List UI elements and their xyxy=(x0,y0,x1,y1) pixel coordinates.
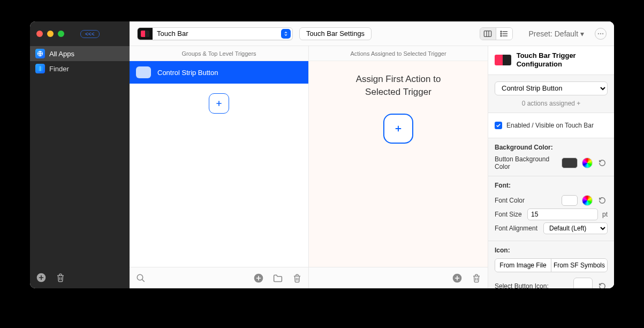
inspector-header: Touch Bar Trigger Configuration xyxy=(488,46,614,75)
svg-rect-3 xyxy=(484,31,491,36)
trigger-type-select-row: Control Strip Button xyxy=(495,81,608,95)
more-menu-button[interactable] xyxy=(595,28,607,40)
groups-column-header: Groups & Top Level Triggers xyxy=(130,46,308,61)
delete-app-button[interactable] xyxy=(55,272,66,284)
actions-column-body: Assign First Action to Selected Trigger xyxy=(309,61,488,267)
select-icon-label: Select Button Icon: xyxy=(495,282,569,289)
actions-assigned-label[interactable]: 0 actions assigned + xyxy=(488,100,614,107)
svg-point-6 xyxy=(501,35,502,36)
add-button[interactable] xyxy=(253,272,264,284)
view-mode-segmented xyxy=(480,27,513,40)
font-section: Font: Font Color Font Size pt xyxy=(488,176,614,241)
sidebar-item-label: Finder xyxy=(49,65,69,73)
svg-point-8 xyxy=(600,33,601,34)
trigger-row[interactable]: Control Strip Button xyxy=(130,61,308,84)
globe-icon xyxy=(35,49,45,58)
view-list-button[interactable] xyxy=(496,28,512,40)
bg-color-swatch[interactable] xyxy=(562,158,578,168)
section-heading: Icon: xyxy=(495,247,608,254)
reset-button[interactable] xyxy=(597,158,608,168)
svg-point-5 xyxy=(501,33,502,34)
font-align-label: Font Alignment xyxy=(495,225,539,232)
font-size-field[interactable] xyxy=(527,208,598,220)
trigger-category-select-field[interactable]: Touch Bar xyxy=(153,29,281,38)
inspector-column: Touch Bar Trigger Configuration Control … xyxy=(488,46,614,288)
svg-point-4 xyxy=(501,31,502,32)
reset-button[interactable] xyxy=(597,195,608,206)
section-heading: Background Color: xyxy=(495,144,608,151)
icon-section: Icon: From Image File From SF Symbols Se… xyxy=(488,241,614,289)
trigger-row-label: Control Strip Button xyxy=(157,69,218,77)
content-columns: Groups & Top Level Triggers Control Stri… xyxy=(130,46,614,288)
window-minimize-button[interactable] xyxy=(47,31,54,37)
font-size-unit: pt xyxy=(602,211,608,218)
app-window: <<< All Apps Finder xyxy=(30,21,614,288)
color-picker-button[interactable] xyxy=(582,195,593,206)
enabled-row[interactable]: Enabled / Visible on Touch Bar xyxy=(495,118,608,132)
font-color-label: Font Color xyxy=(495,197,557,204)
sidebar-item-finder[interactable]: Finder xyxy=(30,61,130,76)
window-close-button[interactable] xyxy=(36,31,43,37)
back-button[interactable]: <<< xyxy=(80,30,100,38)
add-button[interactable] xyxy=(451,272,463,284)
svg-point-10 xyxy=(137,274,143,280)
sidebar-item-label: All Apps xyxy=(49,50,74,58)
touchbar-icon xyxy=(495,55,511,65)
trigger-category-select[interactable]: Touch Bar xyxy=(137,27,293,40)
window-zoom-button[interactable] xyxy=(58,31,64,37)
add-trigger-button[interactable] xyxy=(209,93,229,114)
delete-button[interactable] xyxy=(291,272,303,284)
sidebar: <<< All Apps Finder xyxy=(30,21,130,288)
reset-button[interactable] xyxy=(597,281,608,289)
assign-action-title: Assign First Action to Selected Trigger xyxy=(309,73,488,99)
background-section: Background Color: Button Background Colo… xyxy=(488,138,614,176)
actions-column-header: Actions Assigned to Selected Trigger xyxy=(309,46,488,61)
view-columns-button[interactable] xyxy=(480,28,496,40)
enabled-label: Enabled / Visible on Touch Bar xyxy=(506,122,594,129)
checkbox-checked-icon[interactable] xyxy=(495,122,502,129)
chevron-up-down-icon xyxy=(281,29,291,39)
toolbar: Touch Bar Touch Bar Settings Preset: Def… xyxy=(130,21,614,46)
preset-dropdown[interactable]: Preset: Default ▾ xyxy=(529,29,585,38)
bg-color-label: Button Background Color xyxy=(495,155,557,170)
actions-column-footer xyxy=(309,267,488,288)
font-color-swatch[interactable] xyxy=(562,195,578,206)
delete-button[interactable] xyxy=(471,272,482,284)
folder-button[interactable] xyxy=(272,272,284,284)
actions-column: Actions Assigned to Selected Trigger Ass… xyxy=(309,46,488,288)
icon-well[interactable] xyxy=(573,278,593,289)
groups-column-footer xyxy=(130,267,308,288)
font-align-select[interactable]: Default (Left) xyxy=(543,222,608,234)
color-picker-button[interactable] xyxy=(582,158,593,168)
sidebar-app-list: All Apps Finder xyxy=(30,46,130,267)
search-button[interactable] xyxy=(135,272,147,284)
trigger-type-select[interactable]: Control Strip Button xyxy=(495,81,608,95)
add-app-button[interactable] xyxy=(35,272,47,284)
trigger-thumbnail xyxy=(136,66,151,78)
groups-column-body: Control Strip Button xyxy=(130,61,308,267)
enabled-section: Enabled / Visible on Touch Bar xyxy=(488,113,614,138)
touchbar-icon xyxy=(138,28,153,40)
from-sf-symbols-button[interactable]: From SF Symbols xyxy=(551,259,607,272)
svg-point-7 xyxy=(598,33,599,34)
font-size-label: Font Size xyxy=(495,211,523,218)
titlebar: <<< xyxy=(30,21,130,46)
section-heading: Font: xyxy=(495,182,608,189)
from-image-file-button[interactable]: From Image File xyxy=(495,259,551,272)
sidebar-footer xyxy=(30,267,130,288)
inspector-title: Touch Bar Trigger Configuration xyxy=(517,51,608,69)
icon-source-segmented: From Image File From SF Symbols xyxy=(495,258,608,272)
finder-icon xyxy=(35,64,45,73)
svg-point-9 xyxy=(602,33,603,34)
groups-column: Groups & Top Level Triggers Control Stri… xyxy=(130,46,309,288)
add-action-button[interactable] xyxy=(383,114,413,144)
sidebar-item-all-apps[interactable]: All Apps xyxy=(30,46,130,61)
main-panel: Touch Bar Touch Bar Settings Preset: Def… xyxy=(130,21,614,288)
touch-bar-settings-button[interactable]: Touch Bar Settings xyxy=(299,27,372,40)
